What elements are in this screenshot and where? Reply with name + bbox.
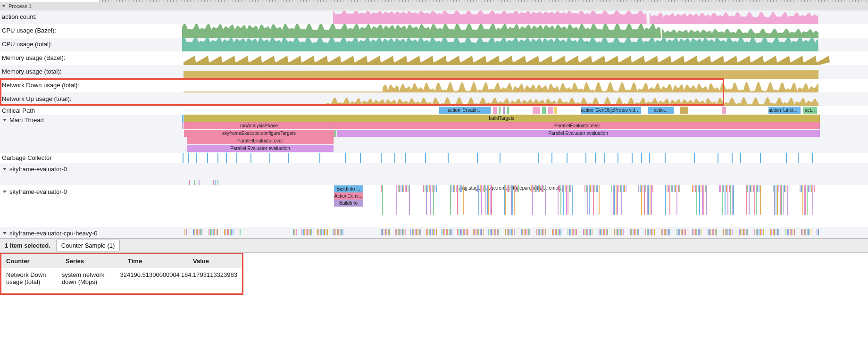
flame-sliver[interactable] [451,185,452,192]
flame-block[interactable] [182,122,184,129]
flame-sliver[interactable] [777,229,778,235]
flame-sliver[interactable] [532,185,533,215]
flame-sliver[interactable] [807,185,808,215]
flame-sliver[interactable] [804,229,805,235]
flame-sliver[interactable] [474,229,475,235]
flame-sliver[interactable] [679,185,680,192]
flame-sliver[interactable] [637,229,638,235]
flame-sliver[interactable] [443,229,444,235]
flame-sliver[interactable] [199,229,200,235]
flame-sliver[interactable] [514,185,515,215]
flame-sliver[interactable] [722,185,723,215]
flame-sliver[interactable] [776,185,776,215]
flame-sliver[interactable] [650,229,651,235]
flame-sliver[interactable] [189,180,190,185]
track-chart[interactable] [100,227,868,238]
flame-sliver[interactable] [787,185,788,215]
flame-sliver[interactable] [648,185,649,215]
flame-sliver[interactable] [194,229,195,235]
flame-sliver[interactable] [473,229,474,235]
flame-sliver[interactable] [575,229,576,235]
track-skyframe[interactable]: skyframe-evaluator-cpu-heavy-0 [0,227,868,238]
flame-sliver[interactable] [744,229,745,235]
flame-sliver[interactable] [586,229,587,235]
flame-sliver[interactable] [732,185,733,215]
flame-sliver[interactable] [337,229,338,235]
flame-sliver[interactable] [430,229,431,235]
track-mem-total[interactable]: Memory usage (total): [0,65,868,79]
flame-sliver[interactable] [545,185,546,215]
flame-sliver[interactable] [589,229,590,235]
flame-sliver[interactable] [592,185,593,192]
track-critical-path[interactable]: Critical Path action 'Creatin...action '… [0,106,868,115]
flame-sliver[interactable] [729,229,730,235]
flame-sliver[interactable] [320,229,321,235]
flame-sliver[interactable] [651,185,652,215]
col-value[interactable]: Value [193,258,237,265]
flame-sliver[interactable] [415,229,416,235]
flame-sliver[interactable] [800,185,801,192]
track-gc[interactable]: Garbage Collector [0,153,868,163]
flame-sliver[interactable] [600,229,601,235]
flame-sliver[interactable] [338,229,339,235]
flame-sliver[interactable] [662,229,663,235]
flame-sliver[interactable] [507,185,508,192]
flame-sliver[interactable] [572,185,573,215]
flame-block[interactable] [507,107,509,114]
flame-sliver[interactable] [614,185,615,215]
flame-sliver[interactable] [699,229,700,235]
flame-sliver[interactable] [723,229,724,235]
flame-sliver[interactable] [781,185,782,215]
flame-sliver[interactable] [705,185,706,192]
flame-sliver[interactable] [432,185,433,192]
flame-sliver[interactable] [303,229,304,235]
flame-sliver[interactable] [522,229,523,235]
flame-sliver[interactable] [405,229,406,235]
flame-sliver[interactable] [436,229,437,235]
flame-sliver[interactable] [620,229,621,235]
flame-sliver[interactable] [634,229,635,235]
flame-sliver[interactable] [668,229,669,235]
flame-sliver[interactable] [323,229,324,235]
flame-sliver[interactable] [317,229,318,235]
flame-sliver[interactable] [433,185,434,215]
flame-sliver[interactable] [460,229,461,235]
flame-sliver[interactable] [210,229,211,235]
flame-sliver[interactable] [483,229,484,235]
flame-sliver[interactable] [671,185,672,192]
flame-sliver[interactable] [682,229,683,235]
flame-sliver[interactable] [186,229,187,235]
flame-sliver[interactable] [543,185,544,192]
track-chart[interactable] [100,10,868,24]
flame-sliver[interactable] [757,185,758,192]
flame-sliver[interactable] [759,229,760,235]
flame-sliver[interactable] [406,185,407,192]
flame-block[interactable] [554,107,557,114]
col-counter[interactable]: Counter [6,258,66,265]
flame-sliver[interactable] [217,180,218,185]
flame-sliver[interactable] [599,185,600,215]
flame-sliver[interactable] [478,185,479,215]
flame-sliver[interactable] [340,229,341,235]
flame-sliver[interactable] [342,229,343,235]
flame-sliver[interactable] [790,229,791,235]
track-cpu-total[interactable]: CPU usage (total): [0,38,868,51]
flame-sliver[interactable] [606,229,607,235]
flame-sliver[interactable] [382,229,383,235]
flame-sliver[interactable] [512,229,513,235]
flame-sliver[interactable] [702,185,703,215]
flame-sliver[interactable] [604,229,605,235]
flame-sliver[interactable] [715,229,716,235]
flame-sliver[interactable] [505,229,506,235]
flame-sliver[interactable] [309,229,309,235]
flame-sliver[interactable] [216,229,217,235]
flame-sliver[interactable] [488,185,489,215]
flame-sliver[interactable] [211,229,212,235]
flame-sliver[interactable] [805,185,806,215]
flame-block[interactable] [680,107,688,114]
flame-sliver[interactable] [596,185,597,192]
flame-sliver[interactable] [719,185,720,192]
flame-sliver[interactable] [739,229,740,235]
flame-sliver[interactable] [676,185,677,215]
flame-sliver[interactable] [568,185,568,215]
